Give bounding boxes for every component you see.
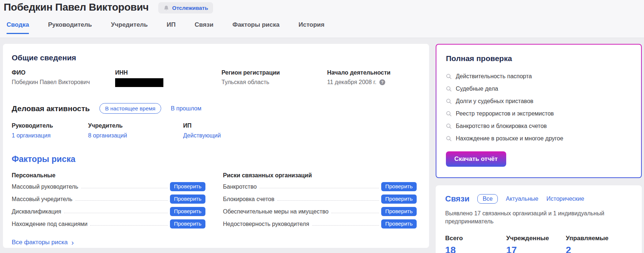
page-title: Победкин Павел Викторович — [4, 1, 149, 13]
dotted-leader — [75, 200, 168, 201]
general-info-title: Общие сведения — [12, 53, 420, 62]
activity-head-value-link[interactable]: 1 организация — [12, 132, 88, 139]
risk-label: Дисквалификация — [12, 208, 61, 216]
general-fields-row: ФИО Победкин Павел Викторович ИНН Регион… — [12, 69, 420, 87]
toggle-past-link[interactable]: В прошлом — [171, 105, 201, 112]
filter-actual-link[interactable]: Актуальные — [506, 196, 538, 202]
connections-title-link[interactable]: Связи — [445, 194, 469, 204]
connections-summary: Выявлено 17 связанных организаций и 1 ин… — [445, 209, 621, 226]
dotted-leader — [90, 225, 168, 226]
full-check-title: Полная проверка — [446, 54, 632, 63]
activity-founder-value-link[interactable]: 8 организаций — [88, 132, 183, 139]
check-button[interactable]: Проверить — [381, 195, 417, 204]
risk-row: Дисквалификация Проверить — [12, 207, 205, 216]
field-fio-label: ФИО — [12, 69, 115, 76]
full-check-list: Действительность паспорта Судебные дела … — [446, 70, 632, 145]
check-list-item: Нахождение в розыске и многое другое — [446, 132, 632, 145]
toggle-current-button[interactable]: В настоящее время — [99, 103, 162, 114]
connections-card: Связи Все Актуальные Исторические Выявле… — [436, 185, 642, 253]
connections-stats: Всего 18 Учрежденные 17 Управляемые 2 — [445, 235, 632, 253]
check-item-label: Действительность паспорта — [456, 73, 532, 80]
tab-head[interactable]: Руководитель — [48, 21, 92, 34]
stat-founded-value[interactable]: 17 — [506, 245, 566, 253]
check-item-label: Судебные дела — [456, 86, 498, 92]
activity-head-item: Руководитель 1 организация — [12, 122, 88, 139]
check-button[interactable]: Проверить — [381, 207, 417, 216]
page-header: Победкин Павел Викторович Отслеживать Св… — [0, 0, 644, 38]
check-button[interactable]: Проверить — [381, 219, 417, 229]
tab-ip[interactable]: ИП — [167, 21, 175, 34]
risk-col-related: Риски связанных организаций Банкротство … — [223, 172, 417, 229]
magnifier-icon — [446, 123, 452, 129]
risk-label: Недостоверность руководителя — [223, 221, 309, 229]
check-button[interactable]: Проверить — [170, 219, 205, 229]
field-activity-start: Начало деятельности 11 декабря 2008 г. ? — [327, 69, 420, 87]
tab-founder[interactable]: Учредитель — [111, 21, 148, 34]
full-check-panel: Полная проверка Действительность паспорт… — [436, 44, 642, 178]
check-list-item: Долги у судебных приставов — [446, 95, 632, 107]
magnifier-icon — [446, 98, 452, 104]
risk-label: Блокировка счетов — [223, 196, 274, 204]
download-report-button[interactable]: Скачать отчёт — [446, 151, 506, 167]
magnifier-icon — [446, 111, 452, 117]
check-button[interactable]: Проверить — [170, 207, 205, 216]
field-activity-start-value: 11 декабря 2008 г. — [327, 79, 376, 86]
check-item-label: Банкротство и блокировка счетов — [456, 123, 547, 129]
stat-founded: Учрежденные 17 — [506, 235, 566, 253]
inn-redaction-box — [115, 78, 163, 87]
tab-bar: Сводка Руководитель Учредитель ИП Связи … — [7, 21, 344, 34]
tab-history[interactable]: История — [299, 21, 325, 34]
check-item-label: Нахождение в розыске и многое другое — [456, 135, 563, 142]
risk-row: Обеспечительные меры на имущество Провер… — [223, 207, 417, 216]
field-fio-value: Победкин Павел Викторович — [12, 79, 115, 86]
field-inn: ИНН — [115, 69, 221, 87]
stat-managed-value[interactable]: 2 — [566, 245, 632, 253]
risk-label: Нахождение под санкциями — [12, 221, 87, 229]
filter-all-button[interactable]: Все — [477, 194, 498, 204]
activity-ip-value-link[interactable]: Действующий — [183, 132, 420, 139]
risk-label: Массовый руководитель — [12, 184, 78, 191]
risk-row: Блокировка счетов Проверить — [223, 195, 417, 204]
risk-factors-title-link[interactable]: Факторы риска — [12, 154, 420, 164]
connections-header: Связи Все Актуальные Исторические — [445, 194, 632, 204]
risk-row: Массовый руководитель Проверить — [12, 182, 205, 191]
filter-historical-link[interactable]: Исторические — [546, 196, 584, 202]
tab-connections[interactable]: Связи — [195, 21, 213, 34]
activity-ip-label: ИП — [183, 122, 420, 129]
business-activity-title: Деловая активность — [12, 104, 90, 113]
check-list-item: Реестр террористов и экстремистов — [446, 107, 632, 120]
all-risk-factors-link[interactable]: Все факторы риска › — [12, 239, 74, 246]
risk-label: Массовый учредитель — [12, 196, 72, 204]
activity-ip-item: ИП Действующий — [183, 122, 420, 139]
field-activity-start-label: Начало деятельности — [327, 69, 420, 76]
dotted-leader — [277, 200, 379, 201]
field-region-value: Тульская область — [221, 79, 327, 86]
tab-risk-factors[interactable]: Факторы риска — [232, 21, 280, 34]
risk-label: Обеспечительные меры на имущество — [223, 208, 329, 216]
dotted-leader — [260, 188, 379, 188]
field-region-label: Регион регистрации — [221, 69, 327, 76]
check-button[interactable]: Проверить — [381, 182, 417, 191]
help-icon[interactable]: ? — [379, 79, 385, 85]
check-button[interactable]: Проверить — [170, 195, 205, 204]
dotted-leader — [332, 213, 379, 213]
summary-card: Общие сведения ФИО Победкин Павел Виктор… — [3, 44, 429, 248]
check-list-item: Судебные дела — [446, 83, 632, 95]
all-risk-factors-label: Все факторы риска — [12, 239, 68, 246]
check-list-item: Действительность паспорта — [446, 70, 632, 83]
activity-founder-label: Учредитель — [88, 122, 183, 129]
follow-button[interactable]: Отслеживать — [158, 2, 213, 14]
dotted-leader — [312, 225, 379, 226]
check-button[interactable]: Проверить — [170, 182, 205, 191]
stat-total: Всего 18 — [445, 235, 506, 253]
tab-summary[interactable]: Сводка — [7, 21, 29, 34]
chevron-right-icon: › — [71, 240, 74, 245]
risk-columns: Персональные Массовый руководитель Прове… — [12, 172, 420, 229]
risk-row: Банкротство Проверить — [223, 182, 417, 191]
stat-total-value[interactable]: 18 — [445, 245, 506, 253]
magnifier-icon — [446, 86, 452, 92]
activity-head-label: Руководитель — [12, 122, 88, 129]
risk-col-related-title: Риски связанных организаций — [223, 172, 417, 179]
check-list-item: Банкротство и блокировка счетов — [446, 120, 632, 132]
bell-icon — [163, 5, 169, 11]
